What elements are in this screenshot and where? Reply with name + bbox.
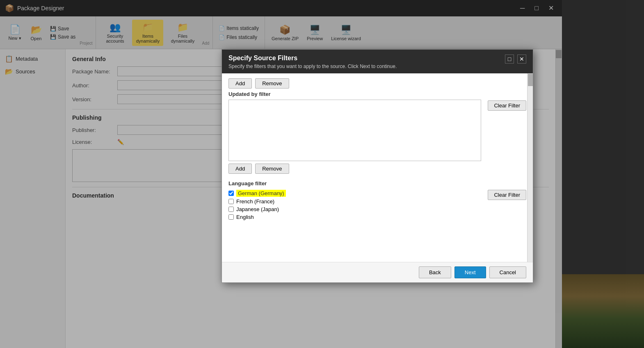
add-button-top[interactable]: Add xyxy=(228,78,252,89)
language-filter-row: German (Germany) French (France) xyxy=(228,189,526,221)
modal-title: Specify Source Filters xyxy=(228,55,397,62)
add-button-bottom[interactable]: Add xyxy=(228,164,252,174)
lang-checkbox-english[interactable] xyxy=(228,214,234,220)
modal-controls: □ ✕ xyxy=(505,55,526,64)
language-list: German (Germany) French (France) xyxy=(228,189,481,221)
modal-maximize-button[interactable]: □ xyxy=(505,55,514,64)
lang-checkbox-french[interactable] xyxy=(228,199,234,204)
modal-body: Add Remove Updated by filter Clear Filte… xyxy=(222,73,533,262)
language-filter-label: Language filter xyxy=(228,180,526,187)
modal-scroll-thumb[interactable] xyxy=(528,74,533,86)
updated-by-clear-filter-button[interactable]: Clear Filter xyxy=(488,100,526,111)
modal-footer: Back Next Cancel xyxy=(222,262,533,282)
modal-header-text: Specify Source Filters Specify the filte… xyxy=(228,55,397,69)
lang-label-french: French (France) xyxy=(236,198,274,205)
lang-checkbox-japanese[interactable] xyxy=(228,207,234,212)
lang-label-english: English xyxy=(236,214,254,220)
app-container: 📦 Package Designer ─ □ ✕ 📄 New ▾ 📂 Open xyxy=(0,0,644,348)
lang-label-german: German (Germany) xyxy=(236,190,286,197)
updated-by-filter-label: Updated by filter xyxy=(228,91,526,97)
modal-close-button[interactable]: ✕ xyxy=(517,55,526,64)
remove-button-bottom[interactable]: Remove xyxy=(255,164,289,174)
updated-by-filter-textarea[interactable] xyxy=(228,100,481,161)
updated-by-filter-row: Clear Filter xyxy=(228,100,526,161)
modal-header: Specify Source Filters Specify the filte… xyxy=(222,50,533,73)
lang-item-french: French (France) xyxy=(228,198,481,205)
modal-overlay: Specify Source Filters Specify the filte… xyxy=(0,0,644,348)
lang-item-english: English xyxy=(228,213,481,221)
modal-subtitle: Specify the filters that you want to app… xyxy=(228,64,397,69)
filter-top-btn-row: Add Remove xyxy=(228,78,526,89)
next-button[interactable]: Next xyxy=(454,266,486,278)
specify-source-filters-dialog: Specify Source Filters Specify the filte… xyxy=(222,49,533,283)
lang-checkbox-german[interactable] xyxy=(228,191,234,196)
lang-text-german: German (Germany) xyxy=(238,190,284,196)
cancel-button[interactable]: Cancel xyxy=(489,266,526,278)
language-filter-section: Language filter German (Germany) xyxy=(228,180,526,221)
back-button[interactable]: Back xyxy=(419,266,451,278)
remove-button-top[interactable]: Remove xyxy=(255,78,289,89)
lang-item-japanese: Japanese (Japan) xyxy=(228,205,481,213)
filter-bottom-btn-row: Add Remove xyxy=(228,164,526,174)
modal-scroll-track[interactable] xyxy=(527,73,533,262)
language-clear-filter-button[interactable]: Clear Filter xyxy=(488,190,526,200)
lang-label-japanese: Japanese (Japan) xyxy=(236,206,279,212)
updated-by-filter-section: Add Remove Updated by filter Clear Filte… xyxy=(228,78,526,174)
lang-item-german: German (Germany) xyxy=(228,189,481,198)
